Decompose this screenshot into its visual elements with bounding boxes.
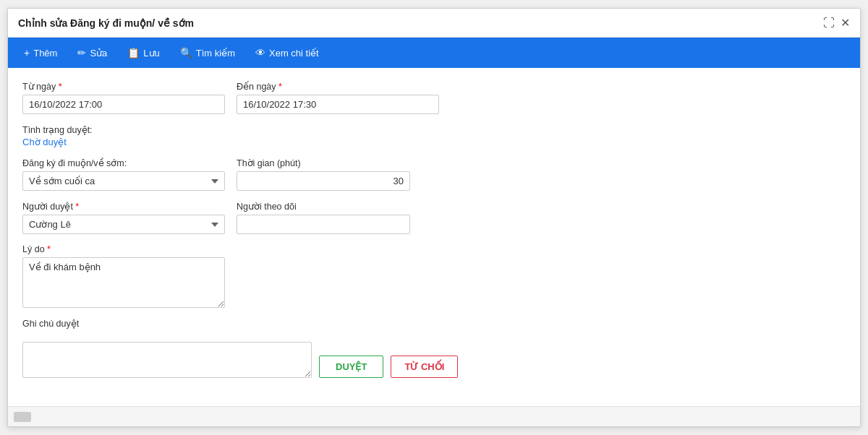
plus-icon: + xyxy=(24,47,30,59)
sua-button[interactable]: ✏ Sửa xyxy=(69,43,116,63)
title-bar: Chỉnh sửa Đăng ký đi muộn/ về sớm ⛶ ✕ xyxy=(8,9,860,38)
ly-do-label: Lý do * xyxy=(22,244,846,254)
tinh-trang-value: Chờ duyệt xyxy=(22,137,846,147)
tu-ngay-group: Từ ngày * xyxy=(22,81,225,114)
tuchoi-button[interactable]: TỪ CHỐI xyxy=(391,356,458,378)
form-body: Từ ngày * Đến ngày * Tình trạng duyệt: C… xyxy=(8,68,860,391)
nguoi-theo-doi-input[interactable] xyxy=(237,215,410,234)
dang-ky-select[interactable]: Về sớm cuối ca Đi muộn đầu ca Về sớm đầu… xyxy=(22,171,225,191)
dang-ky-group: Đăng ký đi muộn/về sớm: Về sớm cuối ca Đ… xyxy=(22,158,225,191)
nguoi-duyet-select[interactable]: Cường Lê xyxy=(22,215,225,234)
eye-icon: 👁 xyxy=(255,47,265,59)
ghi-chu-label: Ghi chú duyệt xyxy=(22,318,846,329)
tu-ngay-input[interactable] xyxy=(22,95,225,114)
duyet-button[interactable]: DUYỆT xyxy=(319,356,383,378)
bottom-bar xyxy=(8,406,860,426)
dang-ky-label: Đăng ký đi muộn/về sớm: xyxy=(22,158,225,168)
status-indicator xyxy=(14,412,31,422)
toolbar: + Thêm ✏ Sửa 📋 Lưu 🔍 Tìm kiếm 👁 Xem chi … xyxy=(8,38,860,68)
them-button[interactable]: + Thêm xyxy=(15,43,66,63)
xemchitiet-button[interactable]: 👁 Xem chi tiết xyxy=(247,43,328,63)
ghi-chu-group: Ghi chú duyệt DUYỆT TỪ CHỐI xyxy=(22,318,846,378)
tinh-trang-label: Tình trạng duyệt: xyxy=(22,124,846,135)
nguoi-duyet-group: Người duyệt * Cường Lê xyxy=(22,201,225,234)
timkiem-button[interactable]: 🔍 Tìm kiếm xyxy=(171,43,244,63)
edit-icon: ✏ xyxy=(77,47,86,59)
ly-do-group: Lý do * Về đi khám bệnh xyxy=(22,244,846,308)
thoi-gian-label: Thời gian (phút) xyxy=(237,158,410,168)
den-ngay-label: Đến ngày * xyxy=(237,81,439,92)
nguoi-row: Người duyệt * Cường Lê Người theo dõi xyxy=(22,201,846,234)
save-icon: 📋 xyxy=(127,47,140,59)
thoi-gian-input[interactable] xyxy=(237,171,410,191)
search-icon: 🔍 xyxy=(180,47,192,59)
thoi-gian-group: Thời gian (phút) xyxy=(237,158,410,191)
title-bar-actions: ⛶ ✕ xyxy=(823,16,850,30)
dangky-row: Đăng ký đi muộn/về sớm: Về sớm cuối ca Đ… xyxy=(22,158,846,191)
tinh-trang-section: Tình trạng duyệt: Chờ duyệt xyxy=(22,124,846,147)
date-row: Từ ngày * Đến ngày * xyxy=(22,81,846,114)
den-ngay-input[interactable] xyxy=(237,95,439,114)
ghi-chu-textarea[interactable] xyxy=(22,342,312,378)
close-icon[interactable]: ✕ xyxy=(841,16,850,30)
nguoi-theo-doi-label: Người theo dõi xyxy=(237,201,410,212)
nguoi-duyet-label: Người duyệt * xyxy=(22,201,225,212)
luu-button[interactable]: 📋 Lưu xyxy=(119,43,168,63)
action-row: DUYỆT TỪ CHỐI xyxy=(22,342,846,378)
main-window: Chỉnh sửa Đăng ký đi muộn/ về sớm ⛶ ✕ + … xyxy=(7,8,861,427)
nguoi-theo-doi-group: Người theo dõi xyxy=(237,201,410,234)
ly-do-textarea[interactable]: Về đi khám bệnh xyxy=(22,257,225,308)
den-ngay-group: Đến ngày * xyxy=(237,81,439,114)
tu-ngay-label: Từ ngày * xyxy=(22,81,225,92)
expand-icon[interactable]: ⛶ xyxy=(823,17,835,30)
window-title: Chỉnh sửa Đăng ký đi muộn/ về sớm xyxy=(18,17,194,29)
